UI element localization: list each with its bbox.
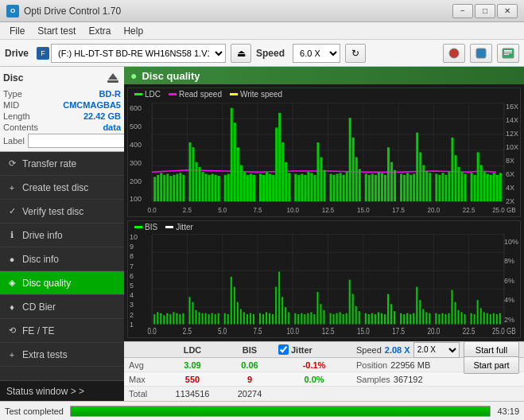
close-button[interactable]: ✕ [497,4,518,18]
action-btn-1[interactable] [443,44,465,63]
action-btn-2[interactable] [470,44,492,63]
svg-rect-32 [166,174,169,202]
svg-rect-122 [483,172,486,201]
svg-rect-224 [390,304,392,324]
svg-text:12.5: 12.5 [322,205,335,214]
svg-rect-177 [227,314,229,325]
svg-rect-86 [355,158,358,202]
svg-rect-220 [378,312,379,324]
svg-rect-162 [173,312,174,324]
svg-rect-6 [107,80,118,83]
svg-rect-118 [471,173,473,201]
svg-rect-30 [160,173,162,201]
svg-rect-36 [179,173,181,201]
svg-rect-113 [451,138,453,201]
nav-drive-info-label: Drive info [22,230,63,241]
jitter-checkbox[interactable] [278,344,289,355]
nav-fe-te[interactable]: ⟲ FE / TE [0,319,124,343]
panel-title-bar: ● Disc quality [124,67,524,84]
svg-rect-209 [340,312,341,324]
menu-start-test[interactable]: Start test [31,24,82,38]
svg-rect-164 [179,314,180,325]
refresh-button[interactable]: ↻ [345,44,366,63]
svg-rect-48 [224,175,227,201]
status-window-button[interactable]: Status window > > [0,380,124,401]
svg-rect-91 [375,175,377,201]
read-speed-dot [169,93,177,95]
disc-eject-icon[interactable] [105,70,121,86]
svg-rect-156 [153,314,155,325]
speed-info-label: Speed [356,345,382,355]
svg-rect-103 [416,133,418,202]
svg-rect-88 [365,174,367,202]
svg-rect-123 [487,174,489,202]
svg-rect-3 [504,50,512,52]
action-btn-3[interactable] [497,44,519,63]
header-bis: BIS [221,345,278,355]
nav-transfer-rate[interactable]: ⟳ Transfer rate [0,152,124,176]
svg-rect-121 [480,165,483,201]
nav-verify-test-disc[interactable]: ✓ Verify test disc [0,200,124,224]
total-bis: 20274 [221,389,278,399]
svg-rect-166 [188,297,190,324]
drive-icon: F [37,47,49,60]
svg-rect-205 [323,310,324,325]
progress-fill [71,406,490,416]
disc-mid-value: CMCMAGBA5 [63,100,121,110]
svg-rect-203 [316,292,318,325]
status-bar: Test completed 43:19 [0,401,524,420]
menu-extra[interactable]: Extra [82,24,117,38]
disc-mid-label: MID [3,100,19,110]
eject-button[interactable]: ⏏ [231,44,251,63]
speed-selector[interactable]: 6.0 X [293,44,340,63]
svg-rect-89 [368,175,371,201]
nav-extra-tests[interactable]: + Extra tests [0,343,124,367]
svg-rect-247 [474,314,475,325]
svg-rect-79 [333,175,336,201]
svg-text:25.0 GB: 25.0 GB [492,327,515,336]
menu-file[interactable]: File [3,24,31,38]
samples-label: Samples [356,375,390,384]
legend-read-speed: Read speed [169,90,222,99]
menu-help[interactable]: Help [117,24,149,38]
menu-bar: File Start test Extra Help [0,22,524,40]
svg-rect-60 [266,172,268,201]
svg-rect-239 [444,314,446,325]
minimize-button[interactable]: − [452,4,473,18]
svg-text:5.0: 5.0 [218,327,227,336]
svg-rect-93 [381,173,383,201]
start-part-button[interactable]: Start part [464,356,519,374]
svg-rect-29 [157,175,159,201]
svg-rect-188 [266,312,267,324]
svg-text:10.0: 10.0 [286,205,299,214]
disc-label-input[interactable] [28,134,134,148]
nav-cd-bier[interactable]: ♦ CD Bier [0,295,124,319]
svg-text:25.0 GB: 25.0 GB [492,205,515,214]
drive-selector[interactable]: (F:) HL-DT-ST BD-RE WH16NS58 1.V1 [51,44,226,63]
svg-text:7.5: 7.5 [253,327,262,336]
svg-rect-242 [454,302,456,325]
svg-rect-45 [212,174,214,202]
svg-rect-222 [384,314,386,325]
speed-selector-stats[interactable]: 2.0 X [413,342,460,358]
create-test-disc-icon: + [6,182,17,193]
header-jitter-container: Jitter [278,344,350,355]
svg-rect-221 [381,313,382,324]
nav-disc-quality[interactable]: ◈ Disc quality [0,271,124,295]
max-jitter: 0.0% [278,375,350,384]
maximize-button[interactable]: □ [475,4,495,18]
max-label: Max [129,375,164,384]
nav-create-test-disc[interactable]: + Create test disc [0,176,124,200]
svg-rect-49 [227,174,230,202]
svg-text:22.5: 22.5 [463,205,475,214]
svg-rect-54 [243,172,246,201]
title-bar: O Opti Drive Control 1.70 − □ ✕ [0,0,524,22]
svg-rect-40 [196,162,198,201]
max-ldc: 550 [164,375,221,384]
nav-disc-info[interactable]: ● Disc info [0,247,124,271]
chart-bis: BIS Jitter 10% 8% 6% 4% 2% [127,220,521,338]
svg-rect-81 [340,173,342,201]
nav-drive-info[interactable]: ℹ Drive info [0,224,124,247]
nav-fe-te-label: FE / TE [22,325,54,336]
svg-rect-56 [250,174,252,202]
